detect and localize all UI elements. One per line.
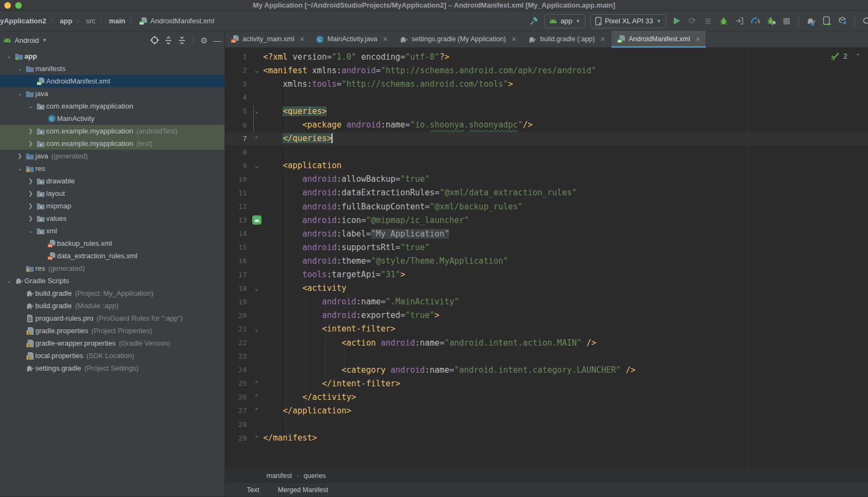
code-line-15[interactable]: 15 android:supportsRtl="true" bbox=[225, 240, 868, 254]
tree-item-gradle-properties[interactable]: gradle.properties(Project Properties) bbox=[0, 324, 225, 337]
code-line-14[interactable]: 14 android:label="My Application" bbox=[225, 227, 868, 240]
fold-end-icon[interactable]: ⌃ bbox=[250, 435, 263, 442]
chevron-right-icon[interactable]: ❯ bbox=[26, 128, 35, 134]
editor-tab-activity-main-xml[interactable]: <>activity_main.xml✕ bbox=[225, 31, 310, 47]
hide-panel-icon[interactable]: — bbox=[213, 36, 221, 44]
code-line-8[interactable]: 8 bbox=[225, 145, 868, 159]
tree-item-layout[interactable]: ❯layout bbox=[0, 187, 225, 200]
editor-tab-build-gradle-app-[interactable]: build.gradle (:app)✕ bbox=[522, 31, 611, 47]
tree-item-res[interactable]: res(generated) bbox=[0, 262, 225, 275]
tree-item-mipmap[interactable]: ❯mipmap bbox=[0, 200, 225, 212]
chevron-down-icon[interactable]: ⌄ bbox=[4, 278, 14, 284]
collapse-all-icon[interactable] bbox=[178, 36, 186, 44]
tree-item-com-example-myapplication[interactable]: ❯com.example.myapplication(androidTest) bbox=[0, 125, 225, 137]
launcher-icon-gutter-preview[interactable] bbox=[250, 215, 263, 225]
fold-start-icon[interactable]: ⌄ bbox=[250, 285, 263, 292]
breadcrumb-item[interactable]: app bbox=[60, 17, 72, 25]
tree-item-gradle-wrapper-properties[interactable]: gradle-wrapper.properties(Gradle Version… bbox=[0, 337, 225, 349]
fold-start-icon[interactable]: ⌄ bbox=[250, 326, 263, 333]
run-button[interactable] bbox=[671, 16, 682, 27]
code-line-26[interactable]: 26⌃ </activity> bbox=[225, 390, 868, 404]
expand-all-icon[interactable] bbox=[164, 36, 173, 44]
inspections-widget[interactable]: 2 ⌃ bbox=[831, 52, 860, 60]
code-line-21[interactable]: 21⌄ <intent-filter> bbox=[225, 322, 868, 336]
tree-item-manifests[interactable]: ⌄manifests bbox=[0, 62, 225, 75]
chevron-down-icon[interactable]: ⌄ bbox=[15, 91, 24, 97]
tree-item-app[interactable]: ⌄app bbox=[0, 50, 225, 62]
tab-close-icon[interactable]: ✕ bbox=[299, 36, 304, 43]
chevron-down-icon[interactable]: ⌄ bbox=[26, 228, 35, 234]
editor-view-tab-text[interactable]: Text bbox=[247, 486, 259, 494]
tree-item-backup-rules-xml[interactable]: <>backup_rules.xml bbox=[0, 237, 225, 250]
editor-view-tab-merged-manifest[interactable]: Merged Manifest bbox=[278, 486, 328, 494]
code-line-16[interactable]: 16 android:theme="@style/Theme.MyApplica… bbox=[225, 254, 868, 267]
code-line-13[interactable]: 13 android:icon="@mipmap/ic_launcher" bbox=[225, 213, 868, 227]
tab-close-icon[interactable]: ✕ bbox=[383, 36, 388, 43]
code-line-6[interactable]: 6 <package android:name="io.shoonya.shoo… bbox=[225, 118, 868, 131]
tab-close-icon[interactable]: ✕ bbox=[695, 36, 700, 43]
tree-item-local-properties[interactable]: local.properties(SDK Location) bbox=[0, 349, 225, 362]
gradle-sync-icon[interactable] bbox=[806, 16, 816, 27]
tree-item-java[interactable]: ❯java(generated) bbox=[0, 150, 225, 162]
tree-item-settings-gradle[interactable]: settings.gradle(Project Settings) bbox=[0, 362, 225, 374]
tree-item-data-extraction-rules-xml[interactable]: <>data_extraction_rules.xml bbox=[0, 250, 225, 262]
code-line-5[interactable]: 5⌄ <queries> bbox=[225, 104, 868, 118]
code-line-27[interactable]: 27⌃ </application> bbox=[225, 404, 868, 417]
code-line-2[interactable]: 2⌄<manifest xmlns:android="http://schema… bbox=[225, 63, 868, 77]
search-everywhere-icon[interactable] bbox=[861, 16, 868, 27]
profile-debug-icon[interactable] bbox=[765, 16, 776, 27]
code-line-17[interactable]: 17 tools:targetApi="31"> bbox=[225, 268, 868, 282]
tree-item-build-gradle[interactable]: build.gradle(Module :app) bbox=[0, 300, 225, 312]
breadcrumb[interactable]: yApplication2〉app〉src〉main〉MFAndroidMani… bbox=[0, 17, 214, 26]
zoom-button[interactable] bbox=[15, 2, 22, 9]
code-line-20[interactable]: 20 android:exported="true"> bbox=[225, 309, 868, 322]
attach-debugger-icon[interactable] bbox=[734, 16, 745, 27]
xml-breadcrumb-bar[interactable]: manifest›queries bbox=[225, 468, 868, 483]
code-line-19[interactable]: 19 android:name=".MainActivity" bbox=[225, 295, 868, 309]
fold-end-icon[interactable]: ⌃ bbox=[250, 393, 263, 400]
chevron-down-icon[interactable]: ⌄ bbox=[15, 66, 24, 72]
fold-end-icon[interactable]: ⌃ bbox=[250, 380, 263, 387]
code-line-7[interactable]: 7⌃ </queries> bbox=[225, 132, 868, 145]
breadcrumb-item[interactable]: main bbox=[109, 17, 125, 25]
chevron-down-icon[interactable]: ⌄ bbox=[26, 103, 35, 109]
chevron-right-icon[interactable]: ❯ bbox=[26, 215, 35, 221]
fold-end-icon[interactable]: ⌃ bbox=[250, 407, 263, 414]
breadcrumb-item[interactable]: src bbox=[86, 17, 95, 25]
tree-item-xml[interactable]: ⌄xml bbox=[0, 225, 225, 237]
project-view-select[interactable]: Android ▼ bbox=[3, 36, 47, 44]
chevron-down-icon[interactable]: ⌄ bbox=[4, 53, 14, 59]
tree-item-proguard-rules-pro[interactable]: proguard-rules.pro(ProGuard Rules for ":… bbox=[0, 312, 225, 324]
build-hammer-icon[interactable] bbox=[528, 16, 539, 27]
tab-close-icon[interactable]: ✕ bbox=[511, 36, 516, 43]
tree-item-res[interactable]: ⌄res bbox=[0, 162, 225, 175]
xml-breadcrumb-queries[interactable]: queries bbox=[304, 472, 326, 480]
run-configuration-select[interactable]: app ▼ bbox=[544, 14, 585, 28]
code-line-28[interactable]: 28 bbox=[225, 418, 868, 431]
device-select[interactable]: Pixel XL API 33 ▼ bbox=[590, 14, 666, 28]
code-line-23[interactable]: 23 bbox=[225, 349, 868, 363]
tab-close-icon[interactable]: ✕ bbox=[600, 36, 605, 43]
window-controls[interactable] bbox=[4, 2, 22, 9]
editor-tab-mainactivity-java[interactable]: CMainActivity.java✕ bbox=[310, 31, 393, 47]
chevron-right-icon[interactable]: ❯ bbox=[26, 203, 35, 209]
fold-start-icon[interactable]: ⌄ bbox=[250, 107, 263, 114]
fold-start-icon[interactable]: ⌄ bbox=[250, 67, 263, 74]
chevron-right-icon[interactable]: ❯ bbox=[15, 153, 24, 159]
code-line-24[interactable]: 24 <category android:name="android.inten… bbox=[225, 363, 868, 377]
chevron-right-icon[interactable]: ❯ bbox=[26, 141, 35, 146]
xml-breadcrumb-manifest[interactable]: manifest bbox=[266, 472, 292, 480]
chevron-up-icon[interactable]: ⌃ bbox=[856, 53, 860, 60]
tree-item-drawable[interactable]: ❯drawable bbox=[0, 175, 225, 187]
stop-button[interactable] bbox=[781, 16, 792, 27]
apply-changes-restart-icon[interactable]: ⟳ bbox=[687, 16, 698, 27]
code-line-18[interactable]: 18⌄ <activity bbox=[225, 282, 868, 295]
chevron-down-icon[interactable]: ⌄ bbox=[15, 165, 24, 171]
profiler-icon[interactable] bbox=[750, 16, 761, 27]
code-line-1[interactable]: 1<?xml version="1.0" encoding="utf-8"?> bbox=[225, 50, 868, 63]
debug-button[interactable] bbox=[718, 16, 729, 27]
device-manager-icon[interactable] bbox=[821, 16, 832, 27]
code-line-29[interactable]: 29⌃</manifest> bbox=[225, 431, 868, 445]
settings-gear-icon[interactable]: ⚙ bbox=[201, 36, 208, 44]
tree-item-com-example-myapplication[interactable]: ⌄com.example.myapplication bbox=[0, 100, 225, 112]
